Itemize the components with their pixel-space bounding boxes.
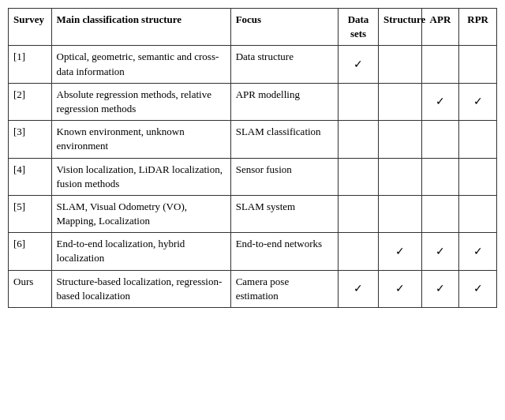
checkmark-icon: ✓	[436, 246, 445, 257]
table-row: OursStructure-based localization, regres…	[9, 270, 497, 307]
header-structure: Structure	[379, 9, 422, 46]
cell-datasets: ✓	[338, 46, 378, 83]
cell-main: Vision localization, LiDAR localization,…	[51, 158, 230, 195]
cell-main: SLAM, Visual Odometry (VO), Mapping, Loc…	[51, 195, 230, 232]
comparison-table: Survey Main classification structure Foc…	[8, 8, 497, 308]
table-row: [1]Optical, geometric, semantic and cros…	[9, 46, 497, 83]
cell-main: Optical, geometric, semantic and cross-d…	[51, 46, 230, 83]
cell-structure	[379, 83, 422, 120]
checkmark-icon: ✓	[354, 58, 363, 70]
cell-focus: Data structure	[230, 46, 338, 83]
cell-rpr	[459, 158, 497, 195]
table-row: [5]SLAM, Visual Odometry (VO), Mapping, …	[9, 195, 497, 232]
cell-survey: [5]	[9, 195, 52, 232]
cell-main: Absolute regression methods, relative re…	[51, 83, 230, 120]
cell-focus: End-to-end networks	[230, 233, 338, 270]
cell-focus: Camera pose estimation	[230, 270, 338, 307]
cell-apr: ✓	[421, 270, 459, 307]
checkmark-icon: ✓	[436, 96, 445, 107]
header-rpr: RPR	[459, 9, 497, 46]
checkmark-icon: ✓	[395, 283, 405, 294]
cell-survey: [4]	[9, 158, 52, 195]
cell-structure	[379, 158, 422, 195]
cell-structure: ✓	[379, 270, 422, 307]
cell-structure: ✓	[379, 233, 422, 270]
cell-survey: [2]	[9, 83, 52, 120]
cell-apr	[421, 121, 459, 158]
cell-main: Known environment, unknown environment	[51, 121, 230, 158]
header-apr: APR	[421, 9, 459, 46]
cell-focus: SLAM system	[230, 195, 338, 232]
cell-datasets	[338, 233, 378, 270]
cell-rpr: ✓	[459, 83, 497, 120]
cell-structure	[379, 46, 422, 83]
checkmark-icon: ✓	[473, 96, 483, 107]
cell-survey: Ours	[9, 270, 52, 307]
cell-main: Structure-based localization, regression…	[51, 270, 230, 307]
header-main: Main classification structure	[51, 9, 230, 46]
table-row: [4]Vision localization, LiDAR localizati…	[9, 158, 497, 195]
cell-rpr	[459, 195, 497, 232]
cell-survey: [6]	[9, 233, 52, 270]
table-row: [2]Absolute regression methods, relative…	[9, 83, 497, 120]
cell-rpr	[459, 46, 497, 83]
cell-structure	[379, 195, 422, 232]
table-row: [6]End-to-end localization, hybrid local…	[9, 233, 497, 270]
checkmark-icon: ✓	[354, 283, 363, 294]
cell-focus: APR modelling	[230, 83, 338, 120]
cell-focus: SLAM classification	[230, 121, 338, 158]
header-datasets: Data sets	[338, 9, 378, 46]
checkmark-icon: ✓	[395, 246, 405, 257]
cell-apr	[421, 195, 459, 232]
header-focus: Focus	[230, 9, 338, 46]
cell-datasets	[338, 195, 378, 232]
header-survey: Survey	[9, 9, 52, 46]
cell-apr: ✓	[421, 233, 459, 270]
cell-focus: Sensor fusion	[230, 158, 338, 195]
checkmark-icon: ✓	[473, 246, 483, 257]
cell-apr	[421, 158, 459, 195]
cell-datasets	[338, 158, 378, 195]
checkmark-icon: ✓	[473, 283, 483, 294]
cell-structure	[379, 121, 422, 158]
cell-rpr: ✓	[459, 233, 497, 270]
checkmark-icon: ✓	[436, 283, 445, 294]
cell-datasets: ✓	[338, 270, 378, 307]
cell-apr: ✓	[421, 83, 459, 120]
table-row: [3]Known environment, unknown environmen…	[9, 121, 497, 158]
cell-main: End-to-end localization, hybrid localiza…	[51, 233, 230, 270]
cell-datasets	[338, 121, 378, 158]
cell-datasets	[338, 83, 378, 120]
cell-apr	[421, 46, 459, 83]
cell-rpr	[459, 121, 497, 158]
cell-rpr: ✓	[459, 270, 497, 307]
cell-survey: [1]	[9, 46, 52, 83]
cell-survey: [3]	[9, 121, 52, 158]
